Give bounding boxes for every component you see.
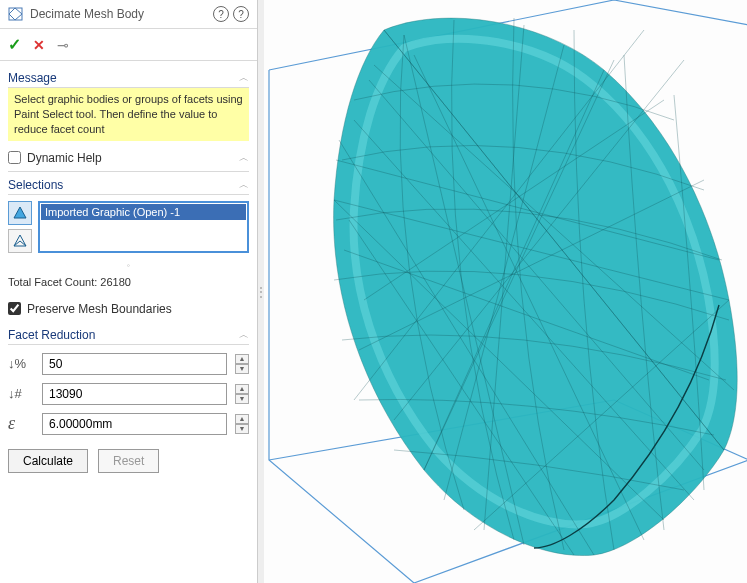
button-row: Calculate Reset — [8, 443, 249, 473]
help-icon[interactable]: ? — [233, 6, 249, 22]
selections-header: Selections ︿ — [8, 172, 249, 195]
reset-button: Reset — [98, 449, 159, 473]
selections-body: Imported Graphic (Open) -1 — [8, 195, 249, 259]
epsilon-up-button[interactable]: ▲ — [235, 414, 249, 424]
ok-button[interactable]: ✓ — [8, 35, 21, 54]
count-row: ↓# ▲ ▼ — [8, 383, 249, 405]
collapse-selections-icon[interactable]: ︿ — [239, 178, 249, 192]
graphic-body-icon — [12, 205, 28, 221]
viewport-canvas — [264, 0, 747, 583]
panel-content: Message ︿ Select graphic bodies or group… — [0, 61, 257, 583]
percent-down-button[interactable]: ▼ — [235, 364, 249, 374]
panel-title: Decimate Mesh Body — [30, 7, 207, 21]
confirm-row: ✓ ✕ ⊸ — [0, 29, 257, 61]
count-icon: ↓# — [8, 386, 34, 401]
paint-select-button[interactable] — [8, 229, 32, 253]
collapse-message-icon[interactable]: ︿ — [239, 71, 249, 85]
facet-reduction-body: ↓% ▲ ▼ ↓# ▲ ▼ ε ▲ ▼ — [8, 345, 249, 481]
selection-item[interactable]: Imported Graphic (Open) -1 — [41, 204, 246, 220]
preserve-boundaries-checkbox[interactable] — [8, 302, 21, 315]
epsilon-row: ε ▲ ▼ — [8, 413, 249, 435]
decimate-mesh-icon — [8, 6, 24, 22]
count-spinner: ▲ ▼ — [235, 384, 249, 404]
facet-reduction-header-label: Facet Reduction — [8, 328, 95, 342]
dynamic-help-label: Dynamic Help — [27, 151, 102, 165]
cancel-button[interactable]: ✕ — [33, 37, 45, 53]
selection-list[interactable]: Imported Graphic (Open) -1 — [38, 201, 249, 253]
dynamic-help-checkbox-row[interactable]: Dynamic Help — [8, 151, 102, 165]
epsilon-down-button[interactable]: ▼ — [235, 424, 249, 434]
svg-rect-0 — [9, 8, 22, 20]
context-help-icon[interactable]: ? — [213, 6, 229, 22]
collapse-reduction-icon[interactable]: ︿ — [239, 328, 249, 342]
message-body: Select graphic bodies or groups of facet… — [8, 88, 249, 141]
collapse-dynamic-help-icon[interactable]: ︿ — [239, 151, 249, 165]
dynamic-help-checkbox[interactable] — [8, 151, 21, 164]
property-panel: Decimate Mesh Body ? ? ✓ ✕ ⊸ Message ︿ S… — [0, 0, 258, 583]
count-input[interactable] — [42, 383, 227, 405]
percent-up-button[interactable]: ▲ — [235, 354, 249, 364]
message-header: Message ︿ — [8, 65, 249, 88]
panel-titlebar: Decimate Mesh Body ? ? — [0, 0, 257, 29]
percent-spinner: ▲ ▼ — [235, 354, 249, 374]
percent-row: ↓% ▲ ▼ — [8, 353, 249, 375]
selection-mode-icons — [8, 201, 32, 253]
epsilon-input[interactable] — [42, 413, 227, 435]
epsilon-icon: ε — [8, 413, 34, 434]
calculate-button[interactable]: Calculate — [8, 449, 88, 473]
help-icons: ? ? — [213, 6, 249, 22]
preserve-boundaries-label: Preserve Mesh Boundaries — [27, 302, 172, 316]
epsilon-spinner: ▲ ▼ — [235, 414, 249, 434]
select-graphic-body-button[interactable] — [8, 201, 32, 225]
selections-header-label: Selections — [8, 178, 63, 192]
facet-reduction-header: Facet Reduction ︿ — [8, 322, 249, 345]
total-facet-count: Total Facet Count: 26180 — [8, 272, 249, 296]
dynamic-help-row: Dynamic Help ︿ — [8, 145, 249, 172]
list-resize-handle[interactable]: ◦ — [8, 259, 249, 272]
percent-input[interactable] — [42, 353, 227, 375]
count-up-button[interactable]: ▲ — [235, 384, 249, 394]
paint-select-icon — [12, 233, 28, 249]
message-header-label: Message — [8, 71, 57, 85]
graphics-viewport[interactable] — [264, 0, 747, 583]
pin-button[interactable]: ⊸ — [57, 37, 69, 53]
count-down-button[interactable]: ▼ — [235, 394, 249, 404]
percent-icon: ↓% — [8, 356, 34, 371]
preserve-boundaries-row[interactable]: Preserve Mesh Boundaries — [8, 296, 249, 322]
